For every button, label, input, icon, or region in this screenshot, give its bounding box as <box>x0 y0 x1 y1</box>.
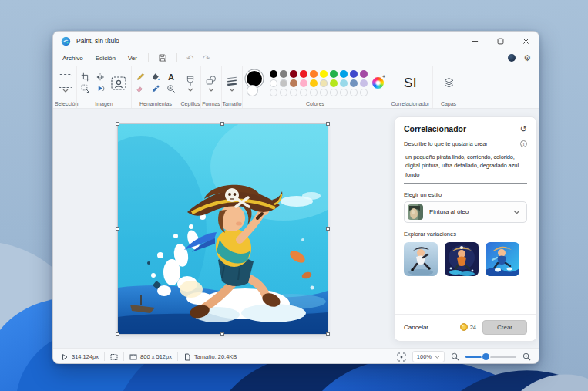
palette-swatch[interactable] <box>340 79 348 87</box>
palette-swatch-empty[interactable] <box>300 89 307 96</box>
palette-swatch[interactable] <box>270 79 277 87</box>
menu-ver[interactable]: Ver <box>126 53 139 63</box>
variation-1[interactable] <box>404 242 438 276</box>
group-label-cocreator: Correlacionador <box>388 101 432 106</box>
redo-button[interactable]: ↷ <box>203 54 210 62</box>
zoom-slider[interactable] <box>465 356 516 358</box>
palette-swatch[interactable] <box>320 79 328 87</box>
zoom-in-button[interactable] <box>522 352 531 361</box>
canvas[interactable] <box>118 124 328 334</box>
variation-2[interactable] <box>445 242 479 276</box>
palette-swatch-empty[interactable] <box>320 89 328 96</box>
canvas-handle-nw[interactable] <box>116 122 119 126</box>
palette-swatch-empty[interactable] <box>350 89 358 96</box>
palette-swatch[interactable] <box>330 79 338 87</box>
history-button[interactable]: ↺ <box>520 125 527 133</box>
menu-archivo[interactable]: Archivo <box>61 53 85 63</box>
crop-icon[interactable] <box>81 72 90 82</box>
primary-color-swatch[interactable] <box>247 71 262 86</box>
canvas-handle-n[interactable] <box>220 122 224 126</box>
cancel-button[interactable]: Cancelar <box>404 324 428 331</box>
canvas-handle-w[interactable] <box>116 227 119 231</box>
selection-size-icon <box>110 353 118 361</box>
pencil-icon[interactable] <box>136 72 145 82</box>
palette-swatch[interactable] <box>270 70 277 78</box>
shapes-button[interactable] <box>205 75 217 92</box>
group-label-image: Imagen <box>77 101 131 106</box>
palette-swatch-empty[interactable] <box>290 89 297 96</box>
palette-swatch-empty[interactable] <box>270 89 277 96</box>
group-label-selection: Selección <box>55 101 76 106</box>
fit-to-screen-button[interactable] <box>397 352 406 362</box>
variation-3[interactable] <box>486 242 519 276</box>
plus-badge-icon: + <box>382 75 385 79</box>
statusbar-divider <box>177 352 178 361</box>
eyedropper-icon[interactable] <box>151 84 160 93</box>
palette-swatch[interactable] <box>360 70 368 78</box>
chevron-down-icon <box>62 89 69 93</box>
account-avatar[interactable] <box>508 54 516 62</box>
palette-swatch-empty[interactable] <box>360 89 368 96</box>
info-icon[interactable]: i <box>520 140 527 147</box>
window-title: Paint, sin título <box>76 37 119 45</box>
palette-swatch[interactable] <box>280 70 287 78</box>
palette-swatch-empty[interactable] <box>340 89 348 96</box>
canvas-handle-sw[interactable] <box>116 332 119 336</box>
pirate-artwork <box>118 124 328 334</box>
palette-swatch[interactable] <box>280 79 287 87</box>
text-tool-icon[interactable]: A <box>168 73 174 82</box>
palette-swatch[interactable] <box>290 70 297 78</box>
rotate-icon[interactable] <box>96 84 105 93</box>
close-icon <box>522 38 529 45</box>
titlebar[interactable]: Paint, sin título <box>53 32 539 50</box>
zoom-out-button[interactable] <box>451 352 459 361</box>
zoom-level-select[interactable]: 100% <box>412 351 445 362</box>
palette-swatch[interactable] <box>350 79 358 87</box>
resize-icon[interactable] <box>81 84 90 93</box>
variations-label: Explorar variaciones <box>404 231 527 238</box>
fill-bucket-icon[interactable] <box>151 72 160 82</box>
edit-colors-button[interactable]: + <box>372 77 384 89</box>
palette-swatch[interactable] <box>340 70 348 78</box>
brushes-button[interactable] <box>184 75 197 92</box>
coin-icon <box>460 323 468 331</box>
canvas-handle-s[interactable] <box>220 332 224 336</box>
palette-swatch[interactable] <box>320 70 328 78</box>
size-button[interactable] <box>226 75 238 92</box>
palette-swatch-empty[interactable] <box>310 89 318 96</box>
canvas-handle-ne[interactable] <box>326 122 330 126</box>
palette-swatch[interactable] <box>300 79 307 87</box>
prompt-input[interactable]: un pequeño pirata lindo, corriendo, colo… <box>404 151 527 184</box>
selection-tool-button[interactable] <box>59 74 72 93</box>
palette-swatch[interactable] <box>330 70 338 78</box>
palette-swatch[interactable] <box>310 79 318 87</box>
undo-button[interactable]: ↶ <box>186 54 193 62</box>
statusbar-divider <box>123 352 124 361</box>
group-shapes: Formas <box>201 66 222 108</box>
palette-swatch[interactable] <box>300 70 307 78</box>
palette-swatch[interactable] <box>310 70 318 78</box>
style-dropdown[interactable]: Pintura al óleo <box>404 201 527 223</box>
remove-background-icon[interactable] <box>110 75 127 92</box>
maximize-button[interactable] <box>488 32 513 50</box>
create-button[interactable]: Crear <box>482 320 527 335</box>
flip-icon[interactable] <box>96 72 105 82</box>
zoom-slider-knob[interactable] <box>482 353 489 360</box>
canvas-handle-se[interactable] <box>326 332 330 336</box>
save-button[interactable] <box>158 53 167 62</box>
settings-gear-button[interactable]: ⚙ <box>523 54 531 62</box>
cocreator-button[interactable]: SI <box>404 76 417 91</box>
palette-swatch[interactable] <box>360 79 368 87</box>
palette-swatch-empty[interactable] <box>330 89 338 96</box>
menu-edicion[interactable]: Edición <box>94 53 117 63</box>
palette-swatch[interactable] <box>350 70 358 78</box>
magnifier-tool-icon[interactable] <box>166 84 176 93</box>
eraser-icon[interactable] <box>136 84 145 93</box>
layers-button[interactable] <box>442 76 455 89</box>
secondary-color-swatch[interactable] <box>247 86 257 96</box>
minimize-button[interactable] <box>462 32 488 50</box>
canvas-handle-e[interactable] <box>326 227 330 231</box>
palette-swatch[interactable] <box>290 79 297 87</box>
palette-swatch-empty[interactable] <box>280 89 287 96</box>
close-button[interactable] <box>513 32 539 50</box>
